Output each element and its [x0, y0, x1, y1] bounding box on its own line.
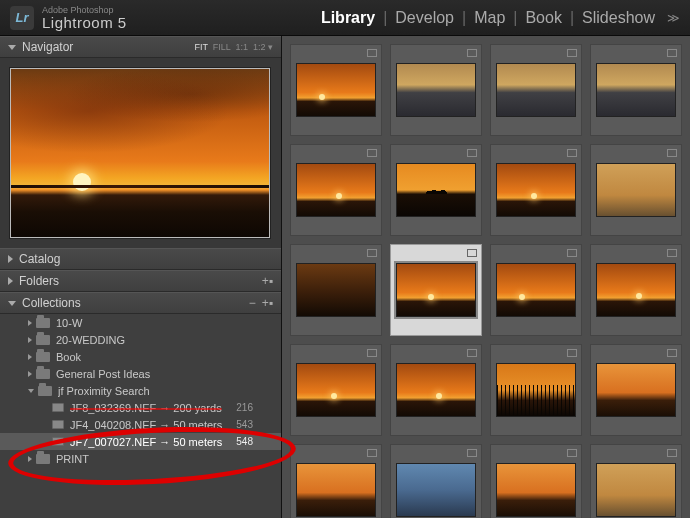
- flag-badge-icon[interactable]: [667, 249, 677, 257]
- collection-row[interactable]: 20-WEDDING: [0, 331, 281, 348]
- grid-cell[interactable]: [390, 344, 482, 436]
- collection-row[interactable]: PRINT: [0, 450, 281, 467]
- flag-badge-icon[interactable]: [567, 349, 577, 357]
- grid-cell[interactable]: [290, 444, 382, 518]
- chevron-right-icon: [28, 371, 32, 377]
- fit-modes[interactable]: FIT FILL 1:1 1:2 ▾: [194, 42, 273, 52]
- folders-header[interactable]: Folders +▪: [0, 270, 281, 292]
- flag-badge-icon[interactable]: [467, 249, 477, 257]
- chevron-right-icon: [28, 337, 32, 343]
- collection-row[interactable]: General Post Ideas: [0, 365, 281, 382]
- collection-icon: [52, 420, 64, 429]
- flag-badge-icon[interactable]: [667, 49, 677, 57]
- grid-cell[interactable]: [390, 144, 482, 236]
- thumbnail-image: [596, 163, 676, 217]
- grid-cell[interactable]: [590, 44, 682, 136]
- catalog-header[interactable]: Catalog: [0, 248, 281, 270]
- flag-badge-icon[interactable]: [567, 49, 577, 57]
- grid-cell[interactable]: [590, 244, 682, 336]
- navigator-preview[interactable]: [0, 58, 281, 248]
- chevron-right-icon: [8, 277, 13, 285]
- chevron-down-icon: [8, 45, 16, 50]
- navigator-title: Navigator: [22, 40, 194, 54]
- collection-row[interactable]: Book: [0, 348, 281, 365]
- grid-cell[interactable]: [590, 444, 682, 518]
- grid-cell[interactable]: [290, 44, 382, 136]
- thumbnail-image: [496, 363, 576, 417]
- thumbnail-image: [596, 263, 676, 317]
- chevron-right-icon: [28, 320, 32, 326]
- navigator-header[interactable]: Navigator FIT FILL 1:1 1:2 ▾: [0, 36, 281, 58]
- grid-cell[interactable]: [490, 344, 582, 436]
- flag-badge-icon[interactable]: [367, 249, 377, 257]
- collection-label: 20-WEDDING: [56, 334, 281, 346]
- grid-cell[interactable]: [490, 444, 582, 518]
- collection-label: JF8_032369.NEF → 200 yards: [70, 402, 236, 414]
- grid-cell[interactable]: [390, 244, 482, 336]
- collection-label: General Post Ideas: [56, 368, 281, 380]
- add-collection-icon[interactable]: +▪: [262, 296, 273, 310]
- chevron-right-icon[interactable]: ≫: [667, 11, 680, 25]
- flag-badge-icon[interactable]: [367, 49, 377, 57]
- grid-cell[interactable]: [290, 244, 382, 336]
- flag-badge-icon[interactable]: [667, 349, 677, 357]
- collections-title: Collections: [22, 296, 243, 310]
- module-book[interactable]: Book: [525, 9, 561, 27]
- flag-badge-icon[interactable]: [567, 449, 577, 457]
- collection-row[interactable]: jf Proximity Search: [0, 382, 281, 399]
- thumbnail-grid[interactable]: [282, 36, 690, 518]
- module-map[interactable]: Map: [474, 9, 505, 27]
- flag-badge-icon[interactable]: [567, 149, 577, 157]
- thumbnail-image: [496, 263, 576, 317]
- grid-cell[interactable]: [590, 344, 682, 436]
- collections-header[interactable]: Collections − +▪: [0, 292, 281, 314]
- collection-set-icon: [38, 386, 52, 396]
- flag-badge-icon[interactable]: [467, 49, 477, 57]
- collection-row[interactable]: 10-W: [0, 314, 281, 331]
- grid-cell[interactable]: [390, 444, 482, 518]
- module-library[interactable]: Library: [321, 9, 375, 27]
- thumbnail-image: [296, 363, 376, 417]
- collection-set-icon: [36, 369, 50, 379]
- chevron-right-icon: [28, 456, 32, 462]
- flag-badge-icon[interactable]: [567, 249, 577, 257]
- flag-badge-icon[interactable]: [467, 149, 477, 157]
- thumbnail-image: [296, 463, 376, 517]
- flag-badge-icon[interactable]: [367, 449, 377, 457]
- flag-badge-icon[interactable]: [667, 149, 677, 157]
- collection-count: 543: [236, 419, 281, 430]
- grid-cell[interactable]: [390, 44, 482, 136]
- flag-badge-icon[interactable]: [667, 449, 677, 457]
- grid-cell[interactable]: [490, 244, 582, 336]
- thumbnail-image: [296, 263, 376, 317]
- collection-row[interactable]: JF8_032369.NEF → 200 yards216: [0, 399, 281, 416]
- thumbnail-image: [396, 363, 476, 417]
- separator: |: [462, 9, 466, 27]
- collection-count: 548: [236, 436, 281, 447]
- add-folder-icon[interactable]: +▪: [262, 274, 273, 288]
- grid-cell[interactable]: [290, 144, 382, 236]
- flag-badge-icon[interactable]: [467, 449, 477, 457]
- flag-badge-icon[interactable]: [467, 349, 477, 357]
- app-title-block: Adobe Photoshop Lightroom 5: [42, 6, 127, 30]
- collection-row[interactable]: JF4_040208.NEF → 50 meters543: [0, 416, 281, 433]
- thumbnail-image: [596, 63, 676, 117]
- module-slideshow[interactable]: Slideshow: [582, 9, 655, 27]
- grid-cell[interactable]: [590, 144, 682, 236]
- collections-list: 10-W20-WEDDINGBookGeneral Post Ideasjf P…: [0, 314, 281, 518]
- app-title: Lightroom 5: [42, 15, 127, 30]
- chevron-down-icon: [8, 301, 16, 306]
- grid-cell[interactable]: [290, 344, 382, 436]
- module-picker: Library | Develop | Map | Book | Slidesh…: [321, 9, 680, 27]
- flag-badge-icon[interactable]: [367, 149, 377, 157]
- remove-collection-icon[interactable]: −: [249, 296, 256, 310]
- thumbnail-image: [496, 463, 576, 517]
- grid-cell[interactable]: [490, 44, 582, 136]
- thumbnail-image: [496, 163, 576, 217]
- flag-badge-icon[interactable]: [367, 349, 377, 357]
- module-develop[interactable]: Develop: [395, 9, 454, 27]
- top-bar: Lr Adobe Photoshop Lightroom 5 Library |…: [0, 0, 690, 36]
- grid-cell[interactable]: [490, 144, 582, 236]
- collection-label: Book: [56, 351, 281, 363]
- collection-row[interactable]: JF7_007027.NEF → 50 meters548: [0, 433, 281, 450]
